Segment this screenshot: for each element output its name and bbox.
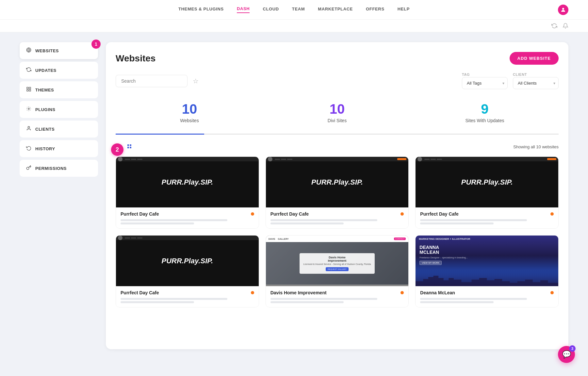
stat-websites-number: 10: [116, 102, 263, 116]
tag-select-wrapper: All Tags: [462, 77, 508, 89]
content-area: Websites ADD WEBSITE ☆ TAG All Tags CLIE…: [106, 42, 568, 349]
svg-rect-6: [29, 90, 31, 91]
themes-icon: [26, 87, 31, 93]
sidebar-item-history[interactable]: HISTORY: [20, 140, 98, 157]
permissions-icon: [26, 165, 31, 172]
client-select-wrapper: All Clients: [513, 77, 559, 89]
nav-themes-plugins[interactable]: THEMES & PLUGINS: [178, 7, 224, 13]
status-dot-4: [251, 291, 254, 294]
card-info-4: Purrfect Day Cafe: [116, 286, 259, 307]
website-card-2[interactable]: PURR.Play.SIP. Purrfect Day Cafe: [266, 156, 409, 229]
svg-rect-5: [27, 90, 28, 91]
stat-updates-label: Sites With Updates: [411, 118, 559, 123]
svg-rect-15: [127, 144, 129, 146]
svg-point-7: [28, 108, 29, 109]
websites-badge: 1: [91, 40, 101, 49]
website-card-4[interactable]: PURR.Play.SIP. Purrfect Day Cafe: [116, 235, 259, 307]
card-info-6: Deanna McLean: [416, 286, 558, 307]
client-filter-group: CLIENT All Clients: [513, 73, 559, 89]
sidebar-item-websites[interactable]: WEBSITES 1: [20, 42, 98, 59]
websites-grid: PURR.Play.SIP. Purrfect Day Cafe: [116, 156, 559, 307]
toolbar-row: [0, 20, 588, 32]
website-card-1[interactable]: PURR.Play.SIP. Purrfect Day Cafe: [116, 156, 259, 229]
card-name-6: Deanna McLean: [420, 290, 455, 295]
url-bar-6b: [420, 301, 494, 303]
grid-header: 2 Showing all 10 websites: [116, 142, 559, 151]
tag-filter-group: TAG All Tags: [462, 73, 508, 89]
nav-cloud[interactable]: CLOUD: [263, 7, 279, 13]
top-navigation: THEMES & PLUGINS DASH CLOUD TEAM MARKETP…: [0, 0, 588, 20]
svg-rect-16: [130, 144, 131, 146]
stat-divi-sites: 10 Divi Sites: [263, 97, 411, 128]
purr-logo-2: PURR.Play.SIP.: [311, 178, 363, 187]
nav-team[interactable]: TEAM: [292, 7, 305, 13]
svg-point-0: [562, 8, 564, 10]
favorites-button[interactable]: ☆: [193, 77, 199, 85]
grid-view-button[interactable]: [125, 142, 133, 151]
website-card-5[interactable]: DAVIS GALLERY CONTACT Davis HomeImprovem…: [266, 235, 409, 307]
nav-help[interactable]: HELP: [398, 7, 410, 13]
status-dot-6: [550, 291, 554, 294]
nav-links: THEMES & PLUGINS DASH CLOUD TEAM MARKETP…: [178, 6, 410, 13]
sidebar-item-permissions[interactable]: PERMISSIONS: [20, 160, 98, 177]
card-info-3: Purrfect Day Cafe: [416, 207, 558, 228]
stat-divi-label: Divi Sites: [263, 118, 411, 123]
card-name-1: Purrfect Day Cafe: [121, 211, 159, 217]
card-name-5: Davis Home Improvement: [270, 290, 327, 295]
stats-row: 10 Websites 10 Divi Sites 9 Sites With U…: [116, 97, 559, 135]
card-name-3: Purrfect Day Cafe: [420, 211, 459, 217]
step-2-badge: 2: [111, 143, 123, 156]
url-bar-5: [270, 298, 377, 300]
sidebar-history-label: HISTORY: [35, 146, 55, 151]
main-layout: WEBSITES 1 UPDATES THEMES: [0, 32, 588, 359]
url-bar-6: [420, 298, 527, 300]
chat-bubble[interactable]: 💬 3: [558, 346, 575, 363]
history-icon: [26, 145, 31, 152]
user-avatar[interactable]: [558, 5, 568, 15]
add-website-button[interactable]: ADD WEBSITE: [510, 52, 559, 65]
sidebar-plugins-label: PLUGINS: [35, 107, 55, 112]
notification-button[interactable]: [563, 23, 568, 29]
client-select[interactable]: All Clients: [513, 77, 559, 89]
globe-icon: [26, 47, 31, 54]
client-label: CLIENT: [513, 73, 559, 76]
purr-logo-4: PURR.Play.SIP.: [161, 257, 213, 265]
search-input[interactable]: [116, 75, 188, 87]
tag-select[interactable]: All Tags: [462, 77, 508, 89]
sidebar-item-themes[interactable]: THEMES: [20, 81, 98, 98]
website-card-3[interactable]: PURR.Play.SIP. Purrfect Day Cafe: [415, 156, 559, 229]
website-card-6[interactable]: MARKETING DESIGNER + ILLUSTRATOR DEANNAM…: [415, 235, 559, 307]
nav-offers[interactable]: OFFERS: [366, 7, 384, 13]
nav-dash[interactable]: DASH: [237, 6, 250, 13]
sidebar-item-updates[interactable]: UPDATES: [20, 62, 98, 79]
chat-icon: 💬: [562, 350, 571, 359]
purr-logo-3: PURR.Play.SIP.: [461, 178, 513, 187]
url-bar-2: [270, 219, 377, 221]
card-info-1: Purrfect Day Cafe: [116, 207, 259, 228]
sidebar-item-plugins[interactable]: PLUGINS: [20, 101, 98, 118]
refresh-button[interactable]: [551, 23, 557, 29]
svg-rect-17: [127, 147, 129, 148]
sidebar-clients-label: CLIENTS: [35, 127, 55, 132]
purr-logo-1: PURR.Play.SIP.: [161, 178, 213, 187]
url-bar-4b: [121, 301, 194, 303]
svg-rect-3: [27, 87, 28, 89]
svg-rect-4: [29, 87, 31, 89]
page-header: Websites ADD WEBSITE: [116, 52, 559, 65]
nav-right-actions: [558, 5, 568, 15]
url-bar-1: [121, 219, 227, 221]
sidebar: WEBSITES 1 UPDATES THEMES: [20, 42, 98, 349]
sidebar-websites-label: WEBSITES: [35, 48, 59, 53]
card-info-5: Davis Home Improvement: [266, 286, 409, 307]
plugins-icon: [26, 106, 31, 113]
stat-websites-label: Websites: [116, 118, 263, 123]
url-bar-5b: [270, 301, 344, 303]
status-dot-3: [550, 212, 554, 216]
nav-marketplace[interactable]: MARKETPLACE: [318, 7, 353, 13]
filters-row: ☆ TAG All Tags CLIENT All Clients: [116, 73, 559, 89]
sidebar-item-clients[interactable]: CLIENTS: [20, 121, 98, 138]
showing-text: Showing all 10 websites: [513, 144, 559, 149]
svg-point-8: [28, 126, 29, 128]
sidebar-themes-label: THEMES: [35, 88, 54, 92]
status-dot-1: [251, 212, 254, 216]
